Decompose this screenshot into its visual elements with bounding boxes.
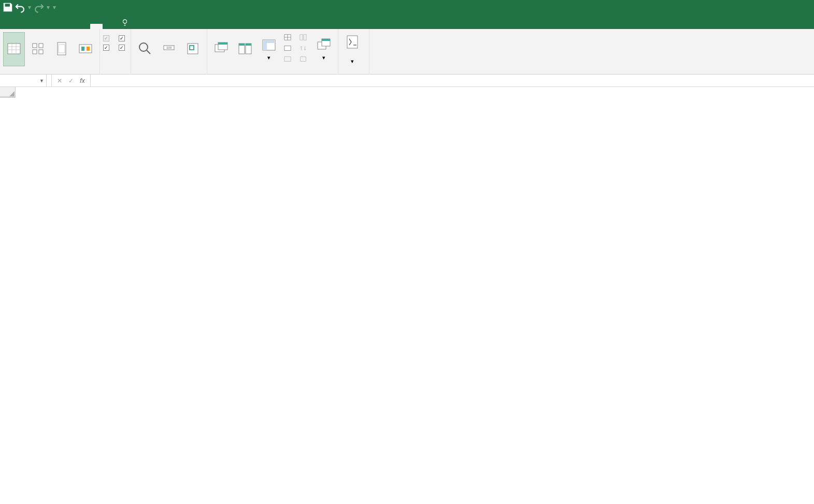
- svg-rect-38: [301, 57, 306, 62]
- qat-dropdown-undo[interactable]: ▾: [28, 4, 31, 11]
- qat-dropdown-redo[interactable]: ▾: [47, 4, 50, 11]
- name-box[interactable]: ▼: [0, 75, 47, 87]
- redo-button[interactable]: [33, 2, 45, 13]
- ruler-checkbox: ✓: [103, 35, 111, 41]
- select-all-corner[interactable]: [0, 87, 16, 97]
- ribbon-group-window: ▾ ▾: [207, 29, 338, 74]
- svg-rect-12: [79, 45, 92, 53]
- ribbon-group-macros: ▾: [338, 29, 369, 74]
- tab-help[interactable]: [103, 24, 115, 29]
- formulabar-checkbox[interactable]: ✓: [119, 35, 127, 41]
- undo-button[interactable]: [15, 2, 26, 13]
- freezepanes-button[interactable]: ▾: [258, 32, 280, 66]
- macros-label: ▾: [351, 51, 354, 65]
- unhide-button: [282, 54, 295, 64]
- save-button[interactable]: [2, 2, 13, 13]
- normal-view-button[interactable]: [3, 32, 25, 66]
- svg-rect-9: [39, 50, 43, 54]
- newwindow-button[interactable]: [210, 32, 232, 66]
- svg-point-15: [139, 43, 148, 51]
- svg-rect-42: [347, 36, 358, 48]
- svg-rect-1: [8, 44, 20, 54]
- svg-rect-8: [33, 50, 37, 54]
- quick-access-toolbar: ▾ ▾ ▾: [2, 2, 57, 13]
- zoomselection-button[interactable]: [182, 32, 204, 66]
- insert-function-button[interactable]: fx: [78, 77, 87, 84]
- ribbon-group-show: ✓ ✓ ✓ ✓: [100, 29, 131, 74]
- svg-rect-34: [284, 46, 291, 51]
- gridlines-checkbox[interactable]: ✓: [103, 45, 111, 51]
- zoom-button[interactable]: [134, 32, 156, 66]
- name-box-dropdown[interactable]: ▼: [39, 78, 44, 83]
- svg-rect-35: [284, 57, 291, 62]
- qat-customize[interactable]: ▾: [53, 4, 56, 11]
- enter-formula-button[interactable]: ✓: [66, 77, 76, 84]
- titlebar: ▾ ▾ ▾: [0, 0, 814, 15]
- ribbon-tabs: [0, 15, 814, 29]
- svg-rect-37: [304, 35, 306, 40]
- formula-bar: ▼ ✕ ✓ fx: [0, 75, 814, 87]
- resetpos-button: [297, 54, 311, 64]
- split-button[interactable]: [282, 32, 295, 42]
- svg-rect-14: [87, 47, 90, 51]
- svg-line-16: [147, 50, 150, 54]
- sidebyside-button: [297, 32, 311, 42]
- svg-rect-7: [39, 44, 43, 48]
- customview-button[interactable]: [75, 32, 96, 66]
- arrangeall-button[interactable]: [234, 32, 256, 66]
- svg-rect-23: [218, 42, 227, 45]
- tab-data[interactable]: [65, 24, 78, 29]
- macros-button[interactable]: ▾: [341, 32, 363, 66]
- freeze-label: ▾: [267, 54, 270, 61]
- svg-rect-6: [33, 44, 37, 48]
- headings-checkbox[interactable]: ✓: [119, 45, 127, 51]
- formula-input[interactable]: [91, 75, 814, 87]
- tab-layout[interactable]: [40, 24, 53, 29]
- hide-button[interactable]: [282, 43, 295, 53]
- svg-rect-36: [300, 35, 303, 40]
- pagelayout-button[interactable]: [51, 32, 73, 66]
- syncscroll-button: [297, 43, 311, 53]
- pagebreak-button[interactable]: [27, 32, 49, 66]
- tab-review[interactable]: [78, 24, 90, 29]
- ribbon-group-zoom: 100: [131, 29, 207, 74]
- svg-rect-13: [81, 47, 84, 51]
- svg-rect-27: [246, 44, 251, 46]
- ribbon-group-views: [0, 29, 100, 74]
- svg-rect-41: [322, 39, 330, 41]
- zoom100-button[interactable]: 100: [158, 32, 180, 66]
- ribbon: ✓ ✓ ✓ ✓ 100: [0, 29, 814, 75]
- svg-rect-26: [239, 44, 245, 46]
- svg-text:100: 100: [166, 46, 172, 49]
- svg-point-0: [123, 20, 127, 23]
- tab-view[interactable]: [90, 24, 103, 29]
- name-box-input[interactable]: [3, 77, 34, 84]
- tab-file[interactable]: [3, 24, 16, 29]
- switch-label: ▾: [322, 54, 325, 61]
- cancel-formula-button[interactable]: ✕: [55, 77, 64, 84]
- tab-home[interactable]: [16, 24, 28, 29]
- switchwindow-button[interactable]: ▾: [313, 32, 335, 66]
- tab-formulas[interactable]: [53, 24, 65, 29]
- svg-rect-30: [263, 40, 267, 50]
- tab-insert[interactable]: [28, 24, 40, 29]
- tell-me-search[interactable]: [115, 17, 138, 29]
